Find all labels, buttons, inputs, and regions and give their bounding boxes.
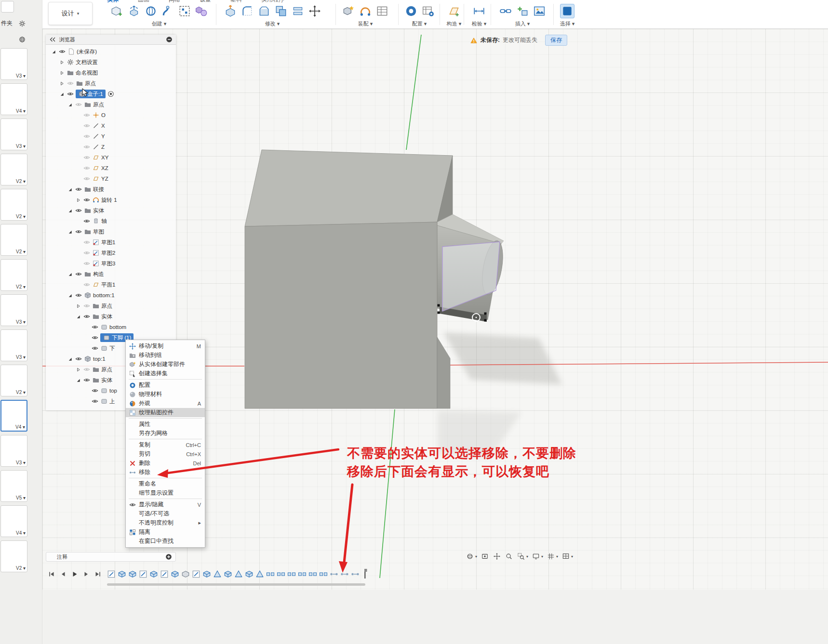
context-menu-item[interactable]: 纹理贴图控件 [126, 408, 205, 417]
toolbar-group-label[interactable]: 创建 ▾ [103, 20, 215, 27]
data-panel-topcard[interactable] [1, 1, 14, 13]
browser-row[interactable]: 构造 [46, 269, 176, 279]
gear-icon[interactable] [18, 20, 26, 27]
expander-icon[interactable] [75, 367, 81, 373]
timeline-feature-extrude-icon[interactable] [224, 570, 232, 578]
expander-icon[interactable] [59, 70, 65, 76]
browser-row[interactable]: Z [46, 142, 176, 152]
shell-icon[interactable] [257, 4, 271, 18]
minimize-circle-icon[interactable] [165, 36, 173, 43]
globe-icon[interactable] [18, 36, 26, 43]
data-panel-item[interactable]: V3 ▾ [0, 294, 27, 326]
visibility-eye-icon[interactable] [83, 281, 91, 289]
press-pull-icon[interactable] [223, 4, 238, 18]
timeline-feature-pair-icon[interactable] [308, 570, 317, 578]
timeline-feature-extrude-icon[interactable] [171, 570, 179, 578]
timeline-feature-extrude-icon[interactable] [149, 570, 158, 578]
skip-start-icon[interactable] [48, 571, 55, 578]
insert-mesh-icon[interactable] [498, 4, 513, 18]
visibility-eye-icon[interactable] [83, 132, 91, 140]
data-panel-item[interactable]: V3 ▾ [0, 329, 27, 361]
timeline-feature-prism-icon[interactable] [213, 570, 222, 578]
browser-row[interactable]: 实体 [46, 205, 176, 216]
timeline-feature-sketch-icon[interactable] [192, 570, 200, 578]
configure-icon[interactable] [404, 4, 418, 18]
construction-plane-icon[interactable] [447, 4, 461, 18]
expander-icon[interactable] [67, 292, 73, 299]
visibility-eye-icon[interactable] [83, 217, 91, 225]
visibility-eye-icon[interactable] [83, 249, 91, 257]
visibility-eye-icon[interactable] [58, 48, 66, 55]
toolbar-group-label[interactable]: 选择 ▾ [555, 20, 579, 27]
visibility-eye-icon[interactable] [83, 313, 91, 320]
visibility-eye-icon[interactable] [75, 101, 82, 108]
timeline-feature-pair-icon[interactable] [298, 570, 307, 578]
visibility-eye-icon[interactable] [75, 355, 82, 363]
data-panel-item[interactable]: V2 ▾ [0, 154, 27, 185]
add-comment-icon[interactable] [165, 553, 173, 561]
expander-icon[interactable] [75, 314, 81, 320]
timeline-playhead[interactable] [362, 568, 367, 579]
new-sketch-icon[interactable] [110, 4, 124, 18]
data-panel-item[interactable]: V3 ▾ [0, 48, 27, 80]
context-menu-item[interactable]: 删除Del [126, 459, 205, 468]
browser-row[interactable]: 草图1 [46, 237, 176, 248]
browser-row[interactable]: bottom [46, 322, 176, 332]
toolbar-group-label[interactable]: 装配 ▾ [337, 20, 393, 27]
visibility-eye-icon[interactable] [83, 366, 91, 373]
timeline-feature-extrude-icon[interactable] [245, 570, 254, 578]
browser-row[interactable]: 原点 [46, 301, 176, 311]
browser-row[interactable]: 旋转 1 [46, 195, 176, 205]
browser-row[interactable]: Y [46, 131, 176, 142]
toolbar-group-label[interactable]: 构造 ▾ [441, 20, 467, 27]
primitives-icon[interactable] [194, 4, 209, 18]
timeline-feature-prism-icon[interactable] [234, 570, 243, 578]
context-menu-item[interactable]: 在窗口中查找 [126, 537, 205, 546]
data-panel-item[interactable]: V2 ▾ [0, 189, 27, 221]
browser-row[interactable]: 草图 [46, 226, 176, 237]
visibility-eye-icon[interactable] [75, 207, 82, 214]
browser-row[interactable]: 草图3 [46, 258, 176, 269]
expander-icon[interactable] [75, 303, 81, 309]
visibility-eye-icon[interactable] [83, 111, 91, 119]
browser-row[interactable]: 平面1 [46, 279, 176, 290]
context-menu-item[interactable]: 移除 [126, 468, 205, 477]
toolbar-group-label[interactable]: 检验 ▾ [466, 20, 493, 27]
visibility-eye-icon[interactable] [83, 143, 91, 151]
data-panel-item[interactable]: V4 ▾ [0, 400, 27, 432]
move-copy-icon[interactable] [307, 4, 322, 18]
expander-icon[interactable] [51, 49, 57, 55]
timeline-feature-remove-icon[interactable] [330, 570, 338, 578]
visibility-eye-icon[interactable] [67, 90, 74, 98]
timeline-feature-sketch-icon[interactable] [160, 570, 169, 578]
browser-row[interactable]: 命名视图 [46, 67, 176, 78]
browser-row[interactable]: bottom:1 [46, 290, 176, 301]
toolbar-group-label[interactable]: 插入 ▾ [493, 20, 552, 27]
expander-icon[interactable] [75, 197, 81, 203]
toolbar-group-label[interactable]: 配置 ▾ [400, 20, 439, 27]
timeline-feature-extrude-icon[interactable] [202, 570, 211, 578]
pan-control[interactable] [493, 552, 501, 561]
display-control[interactable]: ▾ [532, 552, 543, 561]
extrude-icon[interactable] [127, 4, 141, 18]
viewports-control[interactable]: ▾ [561, 552, 573, 561]
timeline-feature-pair-icon[interactable] [319, 570, 328, 578]
timeline-feature-prism-icon[interactable] [255, 570, 264, 578]
play-icon[interactable] [71, 571, 78, 578]
visibility-eye-icon[interactable] [91, 323, 99, 331]
activate-radio-icon[interactable] [107, 90, 115, 98]
visibility-eye-icon[interactable] [83, 154, 91, 161]
context-menu-item[interactable]: 移动/复制M [126, 342, 205, 351]
visibility-eye-icon[interactable] [83, 164, 91, 172]
visibility-eye-icon[interactable] [83, 196, 91, 204]
data-panel-item[interactable]: V4 ▾ [0, 83, 27, 115]
visibility-eye-icon[interactable] [83, 122, 91, 130]
zoom-window-control[interactable]: ▾ [517, 552, 528, 561]
data-panel-item[interactable]: V2 ▾ [0, 224, 27, 256]
visibility-eye-icon[interactable] [67, 79, 74, 87]
pattern-icon[interactable] [177, 4, 192, 18]
timeline-feature-extrude-icon[interactable] [128, 570, 137, 578]
visibility-eye-icon[interactable] [91, 334, 99, 342]
visibility-eye-icon[interactable] [83, 302, 91, 310]
data-panel-item[interactable]: V2 ▾ [0, 259, 27, 291]
